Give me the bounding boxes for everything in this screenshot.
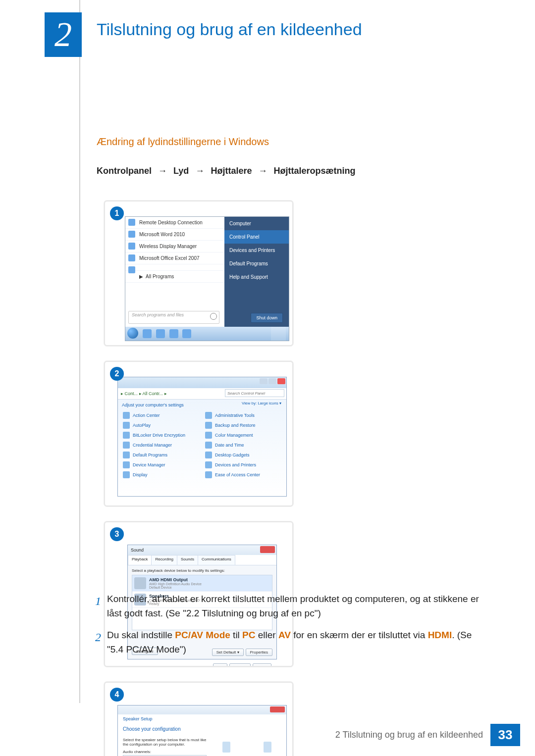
step-bubble-3: 3 <box>110 527 124 541</box>
device-icon <box>134 577 146 589</box>
search-icon <box>210 313 217 320</box>
cp-item[interactable]: Ease of Access Center <box>202 470 284 480</box>
start-menu-item[interactable]: Remote Desktop Connection <box>125 217 224 229</box>
wizard-crumb: Speaker Setup <box>118 714 286 723</box>
breadcrumb-item: Lyd <box>173 166 189 176</box>
start-menu-right-item[interactable]: Default Programs <box>224 257 289 270</box>
instruction-text: Du skal indstille PC/AV Mode til PC elle… <box>107 628 490 656</box>
instruction-list: 1Kontrollér, at kablet er korrekt tilslu… <box>89 592 490 664</box>
start-menu-item[interactable]: Wireless Display Manager <box>125 241 224 252</box>
placeholder-text: Search programs and files <box>132 312 184 317</box>
system-tray[interactable] <box>271 327 286 341</box>
cp-item[interactable]: Device Manager <box>120 460 202 470</box>
close-icon[interactable] <box>277 378 285 384</box>
start-menu-right-item[interactable]: Help and Support <box>224 270 289 284</box>
cp-item-icon <box>205 422 212 429</box>
wizard-body: Select the speaker setup below that is m… <box>118 735 286 756</box>
control-panel-search[interactable] <box>225 389 284 397</box>
cp-item[interactable]: Action Center <box>120 410 202 420</box>
cp-item-icon <box>123 422 130 429</box>
cp-item[interactable]: Devices and Printers <box>202 460 284 470</box>
start-search-input[interactable]: Search programs and files <box>128 311 219 324</box>
cp-item[interactable]: BitLocker Drive Encryption <box>120 430 202 440</box>
cp-item-icon <box>205 412 212 419</box>
window-titlebar <box>118 377 286 388</box>
cp-item[interactable]: Administrative Tools <box>202 410 284 420</box>
cp-item-icon <box>205 461 212 468</box>
taskbar-icon[interactable] <box>156 329 165 338</box>
cp-item[interactable]: Display <box>120 470 202 480</box>
arrow-icon: → <box>258 166 267 176</box>
step-bubble-2: 2 <box>110 367 124 381</box>
sound-tab[interactable]: Communications <box>198 555 235 565</box>
cp-item-icon <box>123 452 130 458</box>
chapter-badge: 2 <box>45 12 82 57</box>
cp-item[interactable]: Date and Time <box>202 440 284 450</box>
chapter-number: 2 <box>54 15 72 54</box>
sound-tab[interactable]: Sounds <box>177 555 198 565</box>
window-buttons <box>260 378 285 384</box>
wizard-heading: Choose your configuration <box>118 723 286 735</box>
start-menu-right-item[interactable]: Control Panel <box>224 230 289 244</box>
address-bar[interactable]: ▸ Cont... ▸ All Contr... ▸ <box>118 388 286 400</box>
taskbar-icon[interactable] <box>182 329 191 338</box>
cp-item-icon <box>205 452 212 458</box>
page-footer: 2 Tilslutning og brug af en kildeenhed 3… <box>335 724 520 746</box>
control-panel-window: ▸ Cont... ▸ All Contr... ▸ Adjust your c… <box>117 377 287 497</box>
start-menu-item[interactable]: Microsoft Office Excel 2007 <box>125 252 224 264</box>
page: 2 Tilslutning og brug af en kildeenhed Æ… <box>0 0 535 756</box>
app-icon <box>128 243 135 250</box>
start-orb-icon[interactable] <box>127 328 138 339</box>
view-by-label[interactable]: View by: Large icons ▾ <box>242 401 281 405</box>
arrow-icon: → <box>158 166 167 176</box>
cp-item-icon <box>123 461 130 468</box>
chapter-title: Tilslutning og brug af en kildeenhed <box>97 20 362 39</box>
cp-item[interactable]: Credential Manager <box>120 440 202 450</box>
start-menu-right-item[interactable]: Computer <box>224 217 289 230</box>
cp-item-icon <box>205 471 212 478</box>
arrow-icon: → <box>195 166 204 176</box>
footer-text: 2 Tilslutning og brug af en kildeenhed <box>335 730 483 740</box>
breadcrumb-item: Kontrolpanel <box>97 166 152 176</box>
playback-hint: Select a playback device below to modify… <box>132 568 272 573</box>
taskbar <box>125 327 289 341</box>
breadcrumb-item: Højttaleropsætning <box>273 166 355 176</box>
close-icon[interactable] <box>270 706 285 712</box>
start-menu-item[interactable]: ▶ All Programs <box>125 271 224 283</box>
left-speaker-icon[interactable] <box>222 742 230 753</box>
step-bubble-4: 4 <box>110 688 124 702</box>
close-icon[interactable] <box>260 546 275 553</box>
speaker-setup-dialog: Speaker Setup Choose your configuration … <box>117 705 287 756</box>
cp-item-icon <box>123 471 130 478</box>
taskbar-icon[interactable] <box>169 329 178 338</box>
dialog-titlebar: Sound <box>128 545 276 555</box>
breadcrumb-item: Højttalere <box>211 166 252 176</box>
instruction-number: 1 <box>89 592 107 620</box>
start-menu-right-item[interactable]: Devices and Printers <box>224 244 289 257</box>
figure-4: 4 Speaker Setup Choose your configuratio… <box>104 682 293 756</box>
app-icon <box>128 231 135 238</box>
instruction-text: Kontrollér, at kablet er korrekt tilslut… <box>107 592 490 620</box>
cp-item[interactable]: Desktop Gadgets <box>202 450 284 460</box>
max-icon[interactable] <box>268 378 276 384</box>
left-column: Select the speaker setup below that is m… <box>123 737 207 756</box>
cp-item[interactable]: Color Management <box>202 430 284 440</box>
config-hint: Select the speaker setup below that is m… <box>123 738 207 747</box>
taskbar-icon[interactable] <box>143 329 152 338</box>
sound-tab[interactable]: Recording <box>151 555 177 565</box>
cp-item[interactable]: Backup and Restore <box>202 420 284 430</box>
start-menu-item[interactable]: Microsoft Word 2010 <box>125 229 224 241</box>
cp-item[interactable]: Default Programs <box>120 450 202 460</box>
min-icon[interactable] <box>260 378 268 384</box>
playback-device[interactable]: AMD HDMI OutputAMD High Definition Audio… <box>132 575 272 592</box>
instruction-number: 2 <box>89 628 107 656</box>
instruction-row: 1Kontrollér, at kablet er korrekt tilslu… <box>89 592 490 620</box>
start-menu-item[interactable] <box>125 264 224 271</box>
right-speaker-icon[interactable] <box>264 742 271 753</box>
breadcrumb: Kontrolpanel → Lyd → Højttalere → Højtta… <box>97 166 355 176</box>
cp-item-icon <box>205 432 212 439</box>
left-margin-rule <box>79 0 80 703</box>
cp-item[interactable]: AutoPlay <box>120 420 202 430</box>
shutdown-button[interactable]: Shut down <box>251 313 283 323</box>
sound-tab[interactable]: Playback <box>128 555 152 565</box>
